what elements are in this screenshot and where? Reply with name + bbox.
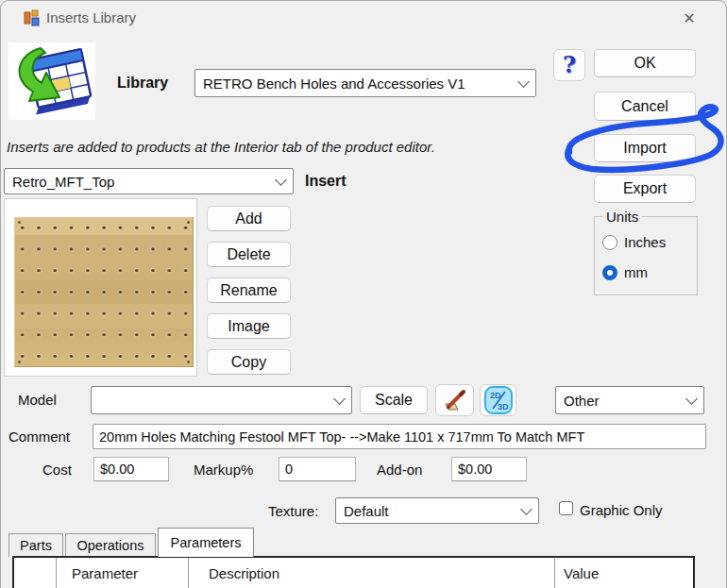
texture-label: Texture:: [268, 503, 318, 519]
paintbrush-icon: [443, 389, 467, 412]
add-button[interactable]: Add: [207, 206, 291, 231]
svg-text:3D: 3D: [498, 402, 509, 412]
grid-row-selector-header[interactable]: [14, 558, 57, 588]
texture-dropdown[interactable]: Default: [335, 497, 539, 524]
library-dropdown-value: RETRO Bench Holes and Accessories V1: [203, 76, 465, 92]
tab-operations[interactable]: Operations: [65, 533, 156, 557]
tab-parameters[interactable]: Parameters: [158, 528, 254, 557]
library-icon: [8, 42, 95, 120]
copy-button[interactable]: Copy: [207, 349, 291, 375]
parameters-grid: Parameter Description Value: [12, 556, 695, 588]
chevron-down-icon: [333, 393, 346, 405]
insert-dropdown-value: Retro_MFT_Top: [12, 174, 114, 190]
delete-button[interactable]: Delete: [207, 242, 291, 267]
units-label: Units: [602, 209, 642, 225]
scale-button[interactable]: Scale: [360, 386, 428, 414]
insert-label: Insert: [305, 173, 347, 190]
radio-mm-label: mm: [624, 264, 648, 280]
radio-inches-label: Inches: [624, 234, 666, 250]
chevron-down-icon: [275, 174, 287, 186]
ok-button[interactable]: OK: [594, 49, 696, 77]
category-dropdown-value: Other: [564, 393, 600, 409]
chevron-down-icon: [685, 393, 698, 405]
addon-label: Add-on: [377, 462, 422, 478]
import-button[interactable]: Import: [594, 134, 696, 162]
grid-header-parameter[interactable]: Parameter: [57, 558, 189, 588]
insert-dropdown[interactable]: Retro_MFT_Top: [4, 168, 294, 194]
markup-label: Markup%: [194, 462, 253, 478]
cancel-button[interactable]: Cancel: [594, 92, 696, 121]
texture-dropdown-value: Default: [344, 503, 389, 519]
insert-preview-panel: [4, 198, 197, 377]
window-title: Inserts Library: [46, 9, 136, 25]
question-mark-icon: ?: [563, 54, 576, 76]
comment-input[interactable]: [93, 424, 706, 449]
cost-label: Cost: [42, 462, 72, 478]
mft-top-preview-image: [14, 217, 194, 367]
instruction-text: Inserts are added to products at the Int…: [7, 139, 435, 155]
view-2d3d-button[interactable]: 2D 3D: [480, 384, 516, 416]
model-label: Model: [18, 392, 57, 408]
radio-icon: [602, 235, 617, 250]
grid-header-description[interactable]: Description: [189, 558, 555, 588]
chevron-down-icon: [520, 503, 533, 515]
chevron-down-icon: [517, 76, 530, 88]
radio-icon: [602, 265, 617, 280]
tab-parts[interactable]: Parts: [8, 533, 63, 557]
graphic-only-label: Graphic Only: [580, 502, 663, 518]
markup-input[interactable]: [279, 457, 356, 481]
addon-input[interactable]: [451, 457, 527, 481]
rename-button[interactable]: Rename: [207, 277, 291, 303]
app-icon: [24, 9, 41, 26]
help-button[interactable]: ?: [553, 49, 585, 81]
image-button[interactable]: Image: [207, 313, 291, 339]
category-dropdown[interactable]: Other: [555, 386, 704, 414]
sketch-tool-button[interactable]: [435, 384, 474, 416]
radio-inches[interactable]: Inches: [602, 234, 666, 250]
model-dropdown[interactable]: [91, 386, 352, 414]
comment-label: Comment: [8, 428, 70, 445]
title-bar[interactable]: Inserts Library ✕: [1, 1, 726, 35]
library-dropdown[interactable]: RETRO Bench Holes and Accessories V1: [194, 69, 536, 97]
view-2d3d-icon: 2D 3D: [484, 386, 513, 414]
inserts-library-dialog: Inserts Library ✕ Library RETRO Bench Ho…: [0, 0, 727, 588]
cost-input[interactable]: [93, 457, 169, 481]
grid-header-value[interactable]: Value: [555, 558, 693, 588]
export-button[interactable]: Export: [594, 175, 696, 203]
graphic-only-checkbox[interactable]: [559, 501, 573, 515]
radio-mm[interactable]: mm: [602, 264, 648, 280]
library-label: Library: [117, 75, 168, 92]
units-groupbox: Units Inches mm: [594, 216, 698, 295]
close-icon[interactable]: ✕: [671, 4, 707, 32]
